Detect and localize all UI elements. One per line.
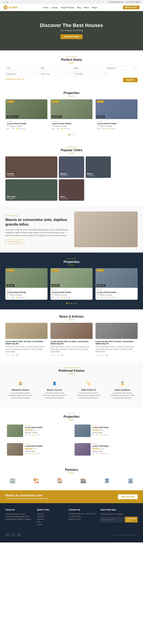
city-card-miami[interactable]: Miami 1 Properties [86,156,111,178]
price-to-label: Our Price [76,73,83,75]
property-badge-3: For Sale [97,100,104,103]
logo[interactable]: EVORA [4,6,18,10]
news-card-1[interactable]: Lorem ipsum dolor sit amet, consectetur … [5,323,48,356]
price-to-field[interactable]: Our Price ▼ [74,72,107,76]
why-card-1: 🏠 Maximum Choices Lorem ipsum dolor sit … [5,377,36,402]
property-info-1: For Rent Luxury Home Family 📍 Sydney, Co… [6,119,47,131]
feat-dot-2[interactable] [68,302,70,304]
property-features-2: 🛏 3🚿 2📐 345 Sq.ft [52,128,91,130]
price-from-field[interactable]: Price From ▼ [40,72,72,76]
footer-link-contact[interactable]: Contact [37,524,65,525]
latest-price-4: $90,000 (00%) [92,448,136,450]
partner-icon-4: 🏬 [80,478,86,484]
footer-subscribe-form: SUBSCRIBE NOW [100,517,138,522]
nav-about[interactable]: About [84,6,89,8]
footer-email-input[interactable] [100,517,124,522]
footer-link-properties[interactable]: Properties [37,518,65,520]
why-title-4: Expert guidance [109,389,136,391]
latest-card-2[interactable]: For Rent Luxury Villa Family $10,000 (00… [73,423,138,439]
property-info-3: For Sale Luxury Home Family 📍 Sydney, Co… [96,119,138,131]
footer-facebook-icon[interactable]: f [5,533,10,537]
city-chevron: ▼ [34,68,36,69]
footer-contact-title: Contact Us [69,508,97,511]
property-badge-2: For Sale [52,100,59,103]
featured-info-3: For Sale Luxury Home Family 📍 Sydney, Co… [96,288,138,300]
hero-cta-button[interactable]: FIND OUT NOW [60,34,82,39]
featured-grid: For Rent $90,000 For Sale Luxury Home Fa… [5,268,138,300]
news-card-3[interactable]: Lorem ipsum dolor sit amet, consectetur … [96,323,138,356]
latest-card-1[interactable]: For Sale Luxury Home Family $142,000 (00… [5,423,70,439]
topbar-phone: +1 234 567 8900 [126,1,140,3]
why-card-2: 👤 Buyers Trust Us Lorem ipsum dolor sit … [39,377,70,402]
feat-dot-5[interactable] [76,302,77,304]
why-icon-3: 🏷️ [85,380,92,387]
footer-subscribe-desc: Get the latest news and updates [100,513,138,515]
cta-button[interactable]: FIND OUT NOW [118,494,138,499]
topbar-facebook[interactable]: f [4,1,4,3]
bathrooms-field[interactable]: Bathrooms ▼ [5,72,38,76]
featured-card-3[interactable]: For Sale $190,000 For Sale Luxury Home F… [96,268,138,300]
svg-marker-0 [5,6,6,8]
nav-home[interactable]: Home [43,6,48,8]
latest-info-1: For Sale Luxury Home Family $142,000 (00… [25,424,68,437]
news-meta-3: June 8, 2024 💬 3 [96,354,138,356]
dot-3[interactable] [73,134,74,136]
property-name-2: Luxury Home Family [52,122,91,124]
latest-card-3[interactable]: For Sale Luxury Home Family $56,000 (00%… [5,442,70,457]
property-location-2: 📍 Sydney, Colorado [52,125,91,127]
property-card-2[interactable]: For Sale $1,500 /Day For Sale Luxury Hom… [50,99,92,131]
footer-about-title: About Us [5,508,34,511]
topbar-linkedin[interactable]: in [7,1,8,3]
city-field[interactable]: City ▼ [5,66,37,70]
footer-linkedin-icon[interactable]: in [17,533,21,537]
other-features-toggle[interactable]: OTHER FEATURES ▼ [5,78,24,80]
properties-divider [69,96,74,96]
news-card-2[interactable]: Lorem ipsum dolor sit amet, consectetur … [50,323,92,356]
footer-link-team[interactable]: Our Team [37,516,65,517]
status-field[interactable]: Status ▼ [72,66,104,70]
footer-twitter-icon[interactable]: t [11,533,15,537]
featured-image-2: For Sale $13,000 [50,268,92,288]
featured-pin-1: 📍 [7,294,9,296]
nav-listings[interactable]: Listings [51,6,58,8]
nav-pages[interactable]: Pages [92,6,98,8]
nav-cta-button[interactable]: MAKE A CALL [123,6,140,9]
search-button[interactable]: SEARCH [123,78,138,82]
property-card-1[interactable]: For Rent $2,000 /Month For Rent Luxury H… [5,99,48,131]
featured-card-2[interactable]: For Sale $13,000 For Sale Luxury Home Fa… [50,268,92,300]
latest-card-4[interactable]: For Rent Luxury Villa Family $90,000 (00… [73,442,138,457]
footer-about: About Us Lorem ipsum dolor sit amet, con… [5,508,34,526]
type-field[interactable]: Type ▼ [39,66,71,70]
latest-name-2: Luxury Villa Family [92,426,136,428]
property-card-3[interactable]: For Sale $90,000 For Sale Luxury Home Fa… [96,99,138,131]
city-card-madrid[interactable]: Madrid 3 Properties [59,156,84,178]
footer-link-blog[interactable]: Blog [37,521,65,523]
footer-subscribe-button[interactable]: SUBSCRIBE NOW [125,517,138,522]
rooms-field[interactable]: Bedrooms ▼ [106,66,138,70]
footer-link-about[interactable]: About Us [37,513,65,514]
property-info-2: For Sale Luxury Home Family 📍 Sydney, Co… [50,119,92,131]
feat-dot-4[interactable] [73,302,74,304]
dot-2[interactable] [71,134,72,136]
partner-icon-5: 🏦 [104,478,110,484]
city-props-london: 2 Properties [7,175,14,176]
topbar-twitter[interactable]: t [5,1,6,3]
nav-single-property[interactable]: Single Property [61,6,74,8]
featured-info-1: For Sale Luxury Home Family 📍 Sydney, Co… [5,288,48,300]
feat-dot-3[interactable] [71,302,72,304]
featured-card-1[interactable]: For Rent $90,000 For Sale Luxury Home Fa… [5,268,48,300]
logo-text: EVORA [8,6,18,9]
city-card-newyork[interactable]: New York 3 Properties [5,179,58,201]
dot-1[interactable] [68,134,70,136]
featured-info-2: For Sale Luxury Home Family 📍 Sydney, Co… [50,288,92,300]
cities-title: Popular Cities [5,148,138,152]
nav-blog[interactable]: Blog [77,6,81,8]
footer-quicklinks-title: Quick Links [37,508,65,511]
property-location-1: 📍 Sydney, Colorado [7,125,46,127]
city-card-paris[interactable]: Paris 4 Properties [59,179,84,201]
mission-cta-button[interactable]: GET A QUOTE › [5,240,24,244]
city-card-london[interactable]: London 2 Properties [5,156,58,178]
feat-dot-1[interactable] [66,302,68,304]
topbar: f t in info@example.com +1 234 567 8900 [0,0,143,4]
latest-features-4: 🛏 2🚿 2📐 148 Sq.ft [92,452,136,454]
